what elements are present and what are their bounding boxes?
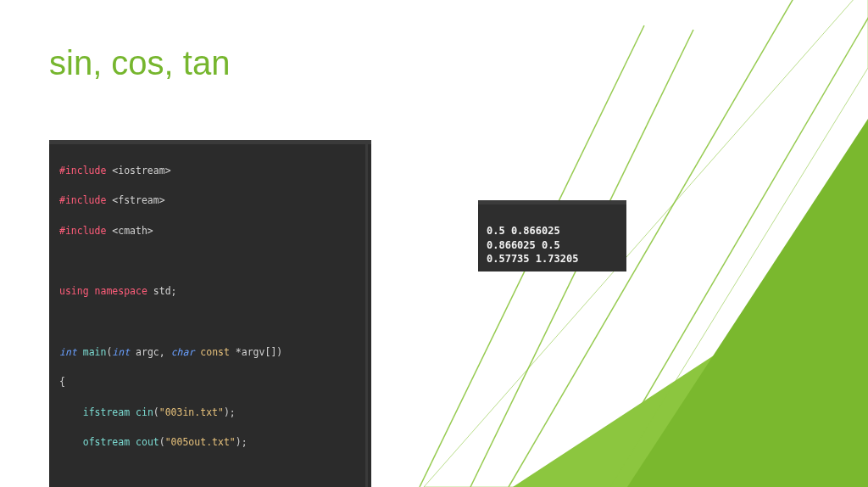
svg-line-4 <box>653 93 868 487</box>
program-output-block: 0.5 0.866025 0.866025 0.5 0.57735 1.7320… <box>478 200 626 271</box>
code-editor-block: #include <iostream> #include <fstream> #… <box>49 140 371 487</box>
code-token: int <box>59 346 77 358</box>
code-token: argc <box>136 346 159 358</box>
output-line: 0.57735 1.73205 <box>487 253 578 265</box>
code-token: std <box>153 285 171 297</box>
code-token: int <box>112 346 130 358</box>
code-token: "005out.txt" <box>165 436 236 448</box>
svg-line-5 <box>721 221 868 487</box>
svg-marker-6 <box>513 255 868 487</box>
code-token: #include <box>59 165 106 176</box>
slide-title: sin, cos, tan <box>49 44 230 82</box>
code-token: char <box>171 346 195 358</box>
code-token: #include <box>59 194 106 206</box>
output-line: 0.866025 0.5 <box>487 239 560 251</box>
code-token: <iostream> <box>112 165 170 176</box>
code-token: #include <box>59 225 106 237</box>
code-token: <cmath> <box>112 225 153 237</box>
code-token: cout <box>136 436 159 448</box>
code-token: ifstream <box>83 406 130 418</box>
code-token: argv <box>242 346 265 358</box>
code-token: main <box>83 346 107 358</box>
code-token: namespace <box>95 285 147 297</box>
code-token: ofstream <box>83 436 130 448</box>
output-line: 0.5 0.866025 <box>487 225 560 237</box>
svg-marker-7 <box>627 119 868 487</box>
code-token: using <box>59 285 89 297</box>
code-token: "003in.txt" <box>159 406 224 418</box>
code-token: { <box>59 375 361 390</box>
svg-line-3 <box>593 0 868 487</box>
code-token: <fstream> <box>112 194 164 206</box>
code-token: cin <box>136 406 153 418</box>
code-token: const <box>200 346 230 358</box>
